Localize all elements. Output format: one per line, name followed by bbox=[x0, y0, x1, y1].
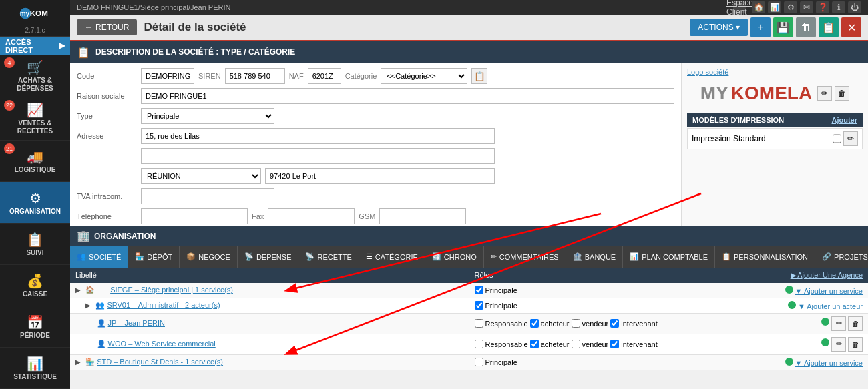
raison-sociale-input[interactable] bbox=[141, 88, 674, 104]
cp-input[interactable] bbox=[265, 168, 495, 184]
logo-societe-label[interactable]: Logo société bbox=[687, 68, 728, 76]
gsm-input[interactable] bbox=[379, 208, 466, 224]
actions-button[interactable]: ACTIONS ▾ bbox=[690, 19, 748, 36]
copy-button[interactable]: 📋 bbox=[819, 17, 839, 37]
ville-select[interactable]: RÉUNION bbox=[141, 168, 261, 184]
acces-direct-bar[interactable]: ACCÈS DIRECT ▶ bbox=[0, 37, 70, 55]
home-icon[interactable]: 🏠 bbox=[752, 1, 765, 13]
std-expand-btn[interactable]: ▶ bbox=[75, 358, 81, 366]
fax-input[interactable] bbox=[268, 208, 355, 224]
delete-button[interactable]: 🗑 bbox=[796, 17, 816, 37]
telephone-input[interactable] bbox=[141, 208, 248, 224]
ajouter-acteur-link[interactable]: ▼ Ajouter un acteur bbox=[798, 302, 863, 310]
tab-chrono[interactable]: 🔄 CHRONO bbox=[425, 246, 484, 268]
woo-label[interactable]: WOO – Web Service commercial bbox=[108, 340, 216, 348]
info-icon[interactable]: ℹ bbox=[832, 1, 845, 13]
jp-label[interactable]: JP – Jean PERIN bbox=[108, 319, 165, 327]
logo-delete-btn[interactable]: 🗑 bbox=[835, 86, 849, 101]
tab-depot[interactable]: 🏪 DÉPÔT bbox=[128, 246, 180, 268]
logo-edit-btn[interactable]: ✏ bbox=[817, 86, 832, 101]
type-label: Type bbox=[77, 112, 137, 120]
woo-vendeur-checkbox[interactable] bbox=[572, 340, 580, 348]
add-button[interactable]: + bbox=[750, 17, 771, 37]
jp-intervenant-checkbox[interactable] bbox=[610, 319, 619, 328]
chart-icon[interactable]: 📊 bbox=[768, 1, 781, 13]
naf-input[interactable] bbox=[308, 68, 341, 84]
sidebar-item-caisse[interactable]: 💰 CAISSE bbox=[0, 265, 70, 306]
woo-intervenant-label: intervenant bbox=[621, 340, 657, 348]
woo-edit-btn[interactable]: ✏ bbox=[831, 337, 846, 352]
sidebar-item-ventes[interactable]: 22 📈 VENTES &RECETTES bbox=[0, 97, 70, 141]
jp-responsable-label: Responsable bbox=[485, 320, 528, 328]
std-principale-checkbox[interactable] bbox=[475, 358, 483, 366]
srv01-principale-checkbox[interactable] bbox=[475, 301, 483, 310]
woo-acheteur-checkbox[interactable] bbox=[530, 340, 539, 348]
tab-recette[interactable]: 📡 RECETTE bbox=[298, 246, 359, 268]
siege-expand-btn[interactable]: ▶ bbox=[75, 286, 81, 294]
close-button[interactable]: ✕ bbox=[841, 17, 861, 37]
power-icon[interactable]: ⏻ bbox=[848, 1, 861, 13]
jp-edit-btn[interactable]: ✏ bbox=[831, 316, 846, 331]
tab-categorie[interactable]: ☰ CATÉGORIE bbox=[359, 246, 425, 268]
gear-icon[interactable]: ⚙ bbox=[784, 1, 797, 13]
jp-responsable-checkbox[interactable] bbox=[475, 319, 483, 328]
tab-projets[interactable]: 🔗 PROJETS bbox=[815, 246, 868, 268]
impression-checkbox[interactable] bbox=[833, 131, 841, 146]
tab-commentaires[interactable]: ✏ COMMENTAIRES bbox=[484, 246, 566, 268]
sidebar-item-achats[interactable]: 4 🛒 ACHATS &DÉPENSES bbox=[0, 55, 70, 98]
woo-icon: 👤 bbox=[97, 340, 106, 348]
tab-negoce[interactable]: 📦 NEGOCE bbox=[180, 246, 238, 268]
siege-principale-checkbox[interactable] bbox=[475, 286, 483, 294]
mail-icon[interactable]: ✉ bbox=[800, 1, 813, 13]
modeles-ajouter-link[interactable]: Ajouter bbox=[832, 116, 858, 124]
siege-green-dot bbox=[785, 286, 793, 294]
retour-button[interactable]: ← RETOUR bbox=[77, 19, 137, 35]
adresse2-input[interactable] bbox=[141, 148, 495, 164]
org-icon: 🏢 bbox=[77, 230, 90, 242]
jp-delete-btn[interactable]: 🗑 bbox=[848, 316, 863, 331]
jp-acheteur-checkbox[interactable] bbox=[530, 319, 539, 328]
org-table-wrapper: Libellé Rôles ▶ Ajouter Une Agence ▶ 🏠 S… bbox=[70, 268, 868, 390]
code-input[interactable] bbox=[141, 68, 194, 84]
tab-societe[interactable]: 👥 SOCIÉTÉ bbox=[70, 246, 128, 268]
action-header[interactable]: ▶ Ajouter Une Agence bbox=[748, 268, 868, 283]
siege-principale-label: Principale bbox=[485, 286, 517, 294]
description-icon: 📋 bbox=[77, 46, 90, 59]
sidebar-item-logistique[interactable]: 21 🚚 LOGISTIQUE bbox=[0, 141, 70, 182]
tab-personnalisation[interactable]: 📋 PERSONNALISATION bbox=[715, 246, 815, 268]
srv01-expand-btn[interactable]: ▶ bbox=[85, 302, 91, 309]
srv01-cell: ▶ 👥 SRV01 – Administratif - 2 acteur(s) bbox=[70, 298, 469, 313]
woo-responsable-checkbox[interactable] bbox=[475, 340, 483, 348]
type-select[interactable]: Principale bbox=[141, 108, 274, 124]
srv01-label[interactable]: SRV01 – Administratif - 2 acteur(s) bbox=[107, 301, 220, 309]
tab-plan-comptable[interactable]: 📊 PLAN COMPTABLE bbox=[623, 246, 715, 268]
adresse-input[interactable] bbox=[141, 128, 495, 144]
siege-label[interactable]: SIEGE – Siège principal | 1 service(s) bbox=[97, 286, 233, 294]
woo-intervenant-checkbox[interactable] bbox=[610, 340, 619, 348]
impression-edit-btn[interactable]: ✏ bbox=[843, 131, 858, 146]
categorie-copy-btn[interactable]: 📋 bbox=[471, 68, 487, 84]
espace-client-link[interactable]: Espace Client bbox=[733, 1, 746, 13]
woo-delete-btn[interactable]: 🗑 bbox=[848, 337, 863, 352]
raison-sociale-row: Raison sociale bbox=[77, 88, 674, 104]
jp-row-icons: ✏ 🗑 bbox=[831, 316, 863, 331]
categorie-select[interactable]: <<Catégorie>> bbox=[381, 68, 467, 84]
save-button[interactable]: 💾 bbox=[773, 17, 793, 37]
ajouter-service-link-2[interactable]: ▼ Ajouter un service bbox=[795, 359, 863, 367]
tab-banque[interactable]: 🏦 BANQUE bbox=[566, 246, 623, 268]
sidebar-item-suivi[interactable]: 📋 SUIVI bbox=[0, 224, 70, 265]
suivi-label: SUIVI bbox=[26, 249, 43, 257]
tva-input[interactable] bbox=[141, 188, 274, 204]
siren-input[interactable] bbox=[225, 68, 285, 84]
ajouter-service-link-1[interactable]: ▼ Ajouter un service bbox=[795, 287, 863, 295]
sidebar-item-statistique[interactable]: 📊 STATISTIQUE bbox=[0, 348, 70, 389]
tab-depense[interactable]: 📡 DEPENSE bbox=[238, 246, 299, 268]
sidebar-item-organisation[interactable]: ⚙ ORGANISATION bbox=[0, 182, 70, 224]
std-label[interactable]: STD – Boutique St Denis - 1 service(s) bbox=[97, 358, 223, 366]
right-panel: Logo société MY KOMELA ✏ 🗑 MODÈLES D'IMP… bbox=[681, 63, 868, 226]
help-icon[interactable]: ❓ bbox=[816, 1, 829, 13]
depense-tab-icon: 📡 bbox=[244, 252, 254, 261]
sidebar-item-periode[interactable]: 📅 PÉRIODE bbox=[0, 306, 70, 348]
jp-vendeur-checkbox[interactable] bbox=[572, 319, 580, 328]
toolbar-actions: ACTIONS ▾ + 💾 🗑 📋 ✕ bbox=[690, 17, 861, 37]
